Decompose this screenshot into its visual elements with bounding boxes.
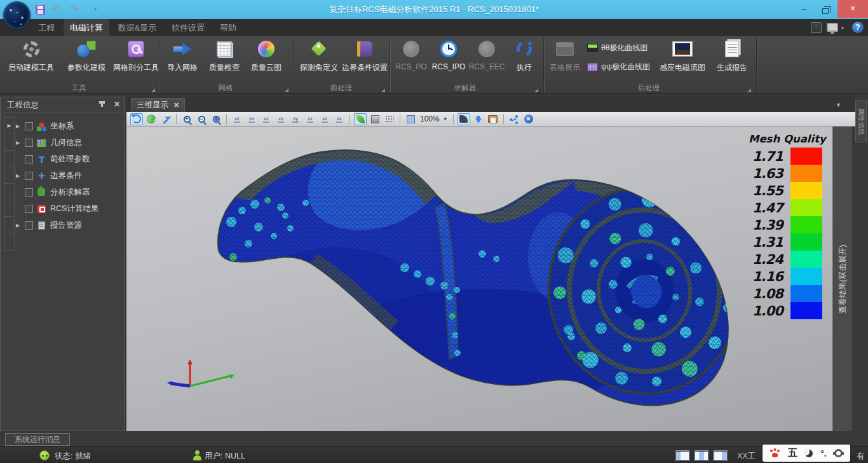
x-circle-icon: ✕ bbox=[524, 114, 533, 123]
redo-icon[interactable]: ↷ bbox=[70, 3, 78, 16]
ime-settings-gear-icon[interactable] bbox=[834, 449, 843, 457]
view-button-7[interactable]: xz bbox=[318, 113, 331, 125]
shaded-mode-button[interactable] bbox=[354, 113, 367, 125]
tab-3d-display[interactable]: 三维显示✕ bbox=[131, 98, 185, 112]
zoom-out-button[interactable]: − bbox=[195, 113, 208, 125]
flat-mode-button[interactable] bbox=[369, 113, 381, 125]
view-button-8[interactable]: zx bbox=[333, 113, 346, 125]
layout-right-button[interactable] bbox=[713, 450, 728, 461]
zoom-in-button[interactable]: + bbox=[180, 113, 193, 125]
coordinate-icon bbox=[39, 123, 44, 127]
dialog-launcher-icon[interactable] bbox=[151, 88, 155, 92]
layout-left-button[interactable] bbox=[675, 450, 690, 461]
view-button-2[interactable]: zx bbox=[245, 113, 258, 125]
collapse-ribbon-icon[interactable]: ⌃ bbox=[811, 22, 822, 33]
tab-settings[interactable]: 软件设置 bbox=[165, 19, 211, 36]
checkbox[interactable] bbox=[25, 122, 33, 130]
viewport-3d[interactable]: Mesh Quality 1.71 1.63 1.55 1.47 1.39 1.… bbox=[126, 127, 832, 431]
tab-em-compute[interactable]: 电磁计算 bbox=[64, 19, 109, 36]
dialog-launcher-icon[interactable] bbox=[747, 88, 751, 92]
minimize-button[interactable]: – bbox=[793, 0, 815, 18]
view-button-5[interactable]: zy bbox=[289, 113, 302, 125]
copy-view-button[interactable] bbox=[487, 113, 499, 125]
tree-item-rcs-results[interactable]: RCS计算结果 bbox=[16, 200, 98, 217]
baidu-paw-icon[interactable] bbox=[770, 449, 780, 458]
tree-item-coordinate-system[interactable]: ▶ 坐标系 bbox=[16, 118, 74, 134]
display-style-icon[interactable] bbox=[827, 23, 838, 32]
tree-item-solver[interactable]: 分析求解器 bbox=[16, 184, 90, 200]
zoom-caret-icon[interactable]: ▼ bbox=[443, 116, 448, 122]
view-button-6[interactable]: zx bbox=[304, 113, 316, 125]
checkbox[interactable] bbox=[25, 155, 33, 163]
boundary-icon: ✛ bbox=[37, 171, 46, 181]
group-label-tools: 工具 bbox=[3, 83, 155, 93]
legend-swatch bbox=[790, 233, 822, 251]
punctuation-icon[interactable]: °, bbox=[821, 448, 827, 458]
tab-close-icon[interactable]: ✕ bbox=[173, 101, 179, 109]
checkbox[interactable] bbox=[25, 172, 33, 180]
tab-project[interactable]: 工程 bbox=[32, 19, 61, 36]
dialog-launcher-icon[interactable] bbox=[534, 88, 538, 92]
ribbon: 启动建模工具 参数化建模 网格剖分工具 工具 导入网格 质量检查 质量云图 网格… bbox=[0, 36, 868, 94]
close-button[interactable]: × bbox=[837, 0, 868, 18]
properties-collapsed-tab[interactable]: 属性信息 bbox=[855, 100, 867, 142]
maximize-button[interactable] bbox=[815, 0, 836, 18]
expander-icon[interactable]: ▶ bbox=[16, 173, 21, 179]
quick-access-caret-icon[interactable]: ▾ bbox=[94, 6, 97, 12]
dialog-launcher-icon[interactable] bbox=[381, 88, 385, 92]
psi-curve-button[interactable]: ψψ极化曲线图 bbox=[587, 60, 650, 73]
pan-tool-button[interactable] bbox=[159, 113, 172, 125]
moon-icon[interactable] bbox=[805, 450, 813, 457]
tree-item-preprocess-params[interactable]: T 前处理参数 bbox=[16, 151, 90, 167]
pin-icon[interactable] bbox=[101, 101, 103, 107]
drop-tool-button[interactable] bbox=[472, 113, 485, 125]
dialog-launcher-icon[interactable] bbox=[285, 88, 288, 92]
orbit-tool-button[interactable] bbox=[145, 113, 158, 125]
checkbox[interactable] bbox=[25, 188, 33, 197]
results-collapsed-panel[interactable]: 查看结果(双击展开) bbox=[832, 127, 852, 431]
view-button-3[interactable]: xz bbox=[260, 113, 273, 125]
tree-item-boundary-conditions[interactable]: ▶ ✛ 边界条件 bbox=[16, 167, 82, 184]
share-view-button[interactable] bbox=[508, 113, 520, 125]
expander-icon[interactable]: ▶ bbox=[16, 140, 21, 146]
checkbox[interactable] bbox=[25, 221, 33, 230]
checkbox[interactable] bbox=[25, 139, 33, 147]
system-messages-tab[interactable]: 系统运行消息 bbox=[5, 433, 70, 446]
clip-tool-button[interactable] bbox=[458, 113, 470, 125]
rotate-tool-button[interactable] bbox=[130, 113, 143, 125]
tab-help[interactable]: 帮助 bbox=[214, 19, 243, 36]
app-logo[interactable] bbox=[3, 1, 31, 29]
maximize-icon bbox=[822, 8, 829, 14]
clear-view-button[interactable]: ✕ bbox=[522, 113, 535, 125]
tree-item-geometry-info[interactable]: ▶ 几何信息 bbox=[16, 134, 82, 151]
ime-mode-label[interactable]: 五 bbox=[788, 447, 797, 459]
save-icon[interactable] bbox=[36, 5, 45, 15]
display-style-caret-icon[interactable]: ▾ bbox=[841, 25, 844, 31]
zoom-level-icon[interactable] bbox=[404, 113, 417, 125]
zoom-level-value[interactable]: 100% bbox=[420, 114, 440, 123]
theta-curve-button[interactable]: θθ极化曲线图 bbox=[587, 41, 648, 54]
legend-swatch bbox=[790, 148, 822, 165]
tree-item-report-resources[interactable]: ▶ 报告资源 bbox=[16, 217, 82, 233]
tab-data-display[interactable]: 数据&显示 bbox=[112, 19, 163, 36]
axis-triad bbox=[167, 359, 234, 386]
magnifier-fit-icon: ⊕ bbox=[213, 116, 220, 123]
layout-center-button[interactable] bbox=[694, 450, 709, 461]
tab-list-caret-icon[interactable]: ▼ bbox=[836, 102, 841, 108]
down-arrow-icon bbox=[475, 118, 482, 123]
view-button-4[interactable]: zx bbox=[275, 113, 287, 125]
help-icon[interactable]: ? bbox=[852, 22, 864, 33]
ime-bar[interactable]: 五 °, bbox=[763, 445, 850, 462]
wireframe-mode-button[interactable] bbox=[383, 113, 396, 125]
panel-close-icon[interactable]: ✕ bbox=[114, 100, 120, 109]
refresh-arrows-icon bbox=[516, 41, 532, 57]
view-button-1[interactable]: xz bbox=[231, 113, 243, 125]
zoom-fit-button[interactable]: ⊕ bbox=[210, 113, 222, 125]
book-icon bbox=[357, 41, 372, 57]
expander-icon[interactable]: ▶ bbox=[16, 123, 21, 129]
rotate-icon bbox=[132, 114, 141, 123]
expander-icon[interactable]: ▶ bbox=[16, 223, 21, 228]
diagonal-arrow-icon bbox=[162, 115, 170, 123]
undo-icon[interactable]: ↶ bbox=[52, 3, 60, 16]
checkbox[interactable] bbox=[25, 205, 33, 213]
